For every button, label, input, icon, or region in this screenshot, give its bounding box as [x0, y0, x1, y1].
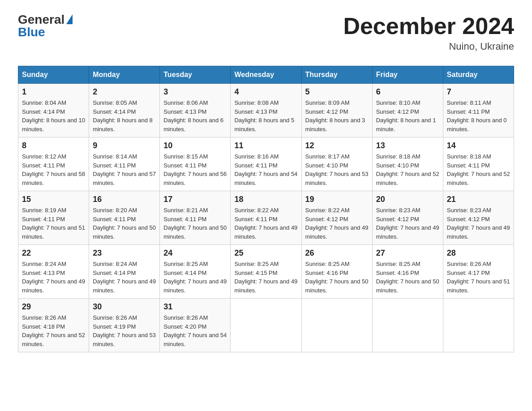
calendar-title: December 2024 [343, 13, 514, 39]
day-number: 21 [447, 195, 510, 204]
calendar-cell [443, 299, 514, 352]
calendar-cell: 9 Sunrise: 8:14 AM Sunset: 4:11 PM Dayli… [89, 137, 160, 191]
calendar-cell: 13 Sunrise: 8:18 AM Sunset: 4:10 PM Dayl… [372, 137, 443, 191]
day-number: 8 [22, 141, 85, 150]
day-number: 29 [22, 302, 85, 312]
header-sunday: Sunday [18, 66, 89, 84]
calendar-cell: 14 Sunrise: 8:18 AM Sunset: 4:11 PM Dayl… [443, 137, 514, 191]
day-number: 30 [93, 302, 156, 312]
calendar-cell: 28 Sunrise: 8:26 AM Sunset: 4:17 PM Dayl… [443, 245, 514, 299]
day-info: Sunrise: 8:12 AM Sunset: 4:11 PM Dayligh… [22, 152, 85, 187]
day-info: Sunrise: 8:06 AM Sunset: 4:13 PM Dayligh… [163, 98, 227, 133]
calendar-table: Sunday Monday Tuesday Wednesday Thursday… [18, 66, 514, 352]
logo-blue-text: Blue [18, 26, 45, 39]
calendar-cell: 2 Sunrise: 8:05 AM Sunset: 4:14 PM Dayli… [89, 84, 160, 137]
day-number: 9 [93, 141, 156, 150]
calendar-cell: 31 Sunrise: 8:26 AM Sunset: 4:20 PM Dayl… [160, 299, 231, 352]
calendar-cell: 11 Sunrise: 8:16 AM Sunset: 4:11 PM Dayl… [231, 137, 301, 191]
day-info: Sunrise: 8:25 AM Sunset: 4:14 PM Dayligh… [163, 260, 227, 295]
day-number: 18 [234, 195, 297, 204]
header-wednesday: Wednesday [231, 66, 301, 84]
day-info: Sunrise: 8:24 AM Sunset: 4:13 PM Dayligh… [22, 260, 85, 295]
calendar-cell: 19 Sunrise: 8:22 AM Sunset: 4:12 PM Dayl… [301, 191, 372, 245]
day-number: 5 [305, 87, 369, 97]
day-info: Sunrise: 8:22 AM Sunset: 4:11 PM Dayligh… [234, 206, 297, 241]
calendar-cell: 30 Sunrise: 8:26 AM Sunset: 4:19 PM Dayl… [89, 299, 160, 352]
day-info: Sunrise: 8:24 AM Sunset: 4:14 PM Dayligh… [93, 260, 156, 295]
calendar-week-row: 22 Sunrise: 8:24 AM Sunset: 4:13 PM Dayl… [18, 245, 514, 299]
calendar-cell: 7 Sunrise: 8:11 AM Sunset: 4:11 PM Dayli… [443, 84, 514, 137]
day-info: Sunrise: 8:25 AM Sunset: 4:15 PM Dayligh… [234, 260, 297, 295]
day-info: Sunrise: 8:23 AM Sunset: 4:12 PM Dayligh… [376, 206, 439, 241]
calendar-week-row: 1 Sunrise: 8:04 AM Sunset: 4:14 PM Dayli… [18, 84, 514, 137]
calendar-cell: 25 Sunrise: 8:25 AM Sunset: 4:15 PM Dayl… [231, 245, 301, 299]
day-number: 25 [234, 248, 297, 258]
calendar-cell: 15 Sunrise: 8:19 AM Sunset: 4:11 PM Dayl… [18, 191, 89, 245]
day-info: Sunrise: 8:18 AM Sunset: 4:10 PM Dayligh… [376, 152, 439, 187]
day-number: 17 [163, 195, 227, 204]
day-info: Sunrise: 8:22 AM Sunset: 4:12 PM Dayligh… [305, 206, 369, 241]
day-number: 27 [376, 248, 439, 258]
day-number: 14 [447, 141, 510, 150]
day-info: Sunrise: 8:17 AM Sunset: 4:10 PM Dayligh… [305, 152, 369, 187]
calendar-week-row: 29 Sunrise: 8:26 AM Sunset: 4:18 PM Dayl… [18, 299, 514, 352]
day-info: Sunrise: 8:09 AM Sunset: 4:12 PM Dayligh… [305, 98, 369, 133]
day-number: 2 [93, 87, 156, 97]
day-number: 23 [93, 248, 156, 258]
calendar-cell [372, 299, 443, 352]
day-number: 13 [376, 141, 439, 150]
day-info: Sunrise: 8:26 AM Sunset: 4:19 PM Dayligh… [93, 313, 156, 348]
day-number: 10 [163, 141, 227, 150]
calendar-week-row: 8 Sunrise: 8:12 AM Sunset: 4:11 PM Dayli… [18, 137, 514, 191]
title-block: December 2024 Nuino, Ukraine [343, 13, 514, 52]
day-number: 7 [447, 87, 510, 97]
logo: General Blue [18, 13, 73, 39]
day-number: 28 [447, 248, 510, 258]
calendar-cell: 23 Sunrise: 8:24 AM Sunset: 4:14 PM Dayl… [89, 245, 160, 299]
calendar-cell: 17 Sunrise: 8:21 AM Sunset: 4:11 PM Dayl… [160, 191, 231, 245]
day-number: 11 [234, 141, 297, 150]
day-info: Sunrise: 8:20 AM Sunset: 4:11 PM Dayligh… [93, 206, 156, 241]
calendar-cell: 21 Sunrise: 8:23 AM Sunset: 4:12 PM Dayl… [443, 191, 514, 245]
weekday-header-row: Sunday Monday Tuesday Wednesday Thursday… [18, 66, 514, 84]
calendar-cell: 8 Sunrise: 8:12 AM Sunset: 4:11 PM Dayli… [18, 137, 89, 191]
day-info: Sunrise: 8:14 AM Sunset: 4:11 PM Dayligh… [93, 152, 156, 187]
day-info: Sunrise: 8:08 AM Sunset: 4:13 PM Dayligh… [234, 98, 297, 133]
calendar-cell: 5 Sunrise: 8:09 AM Sunset: 4:12 PM Dayli… [301, 84, 372, 137]
day-info: Sunrise: 8:11 AM Sunset: 4:11 PM Dayligh… [447, 98, 510, 133]
calendar-cell [231, 299, 301, 352]
day-info: Sunrise: 8:04 AM Sunset: 4:14 PM Dayligh… [22, 98, 85, 133]
day-info: Sunrise: 8:15 AM Sunset: 4:11 PM Dayligh… [163, 152, 227, 187]
day-number: 6 [376, 87, 439, 97]
logo-triangle-icon [66, 14, 73, 24]
day-number: 15 [22, 195, 85, 204]
day-number: 3 [163, 87, 227, 97]
calendar-cell: 12 Sunrise: 8:17 AM Sunset: 4:10 PM Dayl… [301, 137, 372, 191]
day-info: Sunrise: 8:10 AM Sunset: 4:12 PM Dayligh… [376, 98, 439, 133]
header-thursday: Thursday [301, 66, 372, 84]
logo-general-text: General [18, 13, 64, 26]
day-number: 16 [93, 195, 156, 204]
header-tuesday: Tuesday [160, 66, 231, 84]
day-number: 1 [22, 87, 85, 97]
day-info: Sunrise: 8:25 AM Sunset: 4:16 PM Dayligh… [305, 260, 369, 295]
calendar-week-row: 15 Sunrise: 8:19 AM Sunset: 4:11 PM Dayl… [18, 191, 514, 245]
header-saturday: Saturday [443, 66, 514, 84]
day-info: Sunrise: 8:21 AM Sunset: 4:11 PM Dayligh… [163, 206, 227, 241]
calendar-cell: 18 Sunrise: 8:22 AM Sunset: 4:11 PM Dayl… [231, 191, 301, 245]
day-info: Sunrise: 8:16 AM Sunset: 4:11 PM Dayligh… [234, 152, 297, 187]
calendar-cell: 26 Sunrise: 8:25 AM Sunset: 4:16 PM Dayl… [301, 245, 372, 299]
day-number: 4 [234, 87, 297, 97]
calendar-cell: 16 Sunrise: 8:20 AM Sunset: 4:11 PM Dayl… [89, 191, 160, 245]
day-number: 22 [22, 248, 85, 258]
day-info: Sunrise: 8:26 AM Sunset: 4:20 PM Dayligh… [163, 313, 227, 348]
calendar-cell: 20 Sunrise: 8:23 AM Sunset: 4:12 PM Dayl… [372, 191, 443, 245]
header-monday: Monday [89, 66, 160, 84]
calendar-cell: 10 Sunrise: 8:15 AM Sunset: 4:11 PM Dayl… [160, 137, 231, 191]
day-number: 12 [305, 141, 369, 150]
calendar-cell: 6 Sunrise: 8:10 AM Sunset: 4:12 PM Dayli… [372, 84, 443, 137]
day-info: Sunrise: 8:18 AM Sunset: 4:11 PM Dayligh… [447, 152, 510, 187]
calendar-cell: 1 Sunrise: 8:04 AM Sunset: 4:14 PM Dayli… [18, 84, 89, 137]
calendar-cell: 27 Sunrise: 8:25 AM Sunset: 4:16 PM Dayl… [372, 245, 443, 299]
day-number: 26 [305, 248, 369, 258]
